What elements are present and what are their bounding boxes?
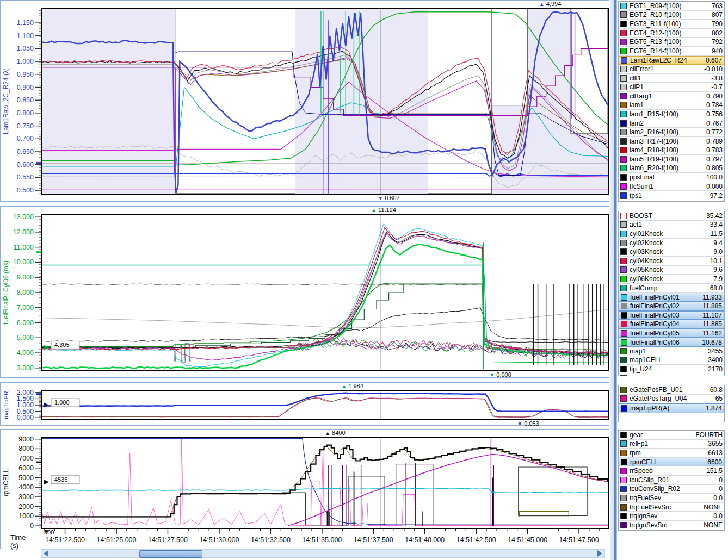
legend-row-rrSpeed[interactable]: rrSpeed151.5 [619, 466, 724, 476]
legend-row-cyl03Knock[interactable]: cyl03Knock9.0 [619, 247, 724, 257]
param-value: 3655 [708, 440, 723, 447]
param-value: 807 [712, 11, 723, 18]
svg-text:11.000: 11.000 [14, 244, 34, 251]
legend-row-trqIgnSevSrc[interactable]: trqIgnSevSrcNONE [619, 521, 724, 530]
legend-row-fuelFinalPriCyl02[interactable]: fuelFinalPriCyl0211.885 [619, 302, 724, 311]
chart3-top-marker-row: ▲1.984 [1, 383, 609, 390]
scroll-right-arrow[interactable] [597, 550, 602, 557]
legend-row-cyl04Knock[interactable]: cyl04Knock10.1 [619, 257, 724, 266]
param-name: relFp1 [630, 440, 706, 447]
param-name: EGT1_R09-f(100) [630, 2, 710, 10]
horizontal-scrollbar[interactable] [41, 549, 605, 558]
legend-panel-rpm: gearFOURTHrelFp13655rpm6613rpmCELL6600rr… [618, 430, 725, 531]
legend-row-lam1[interactable]: lam10.784 [619, 101, 724, 110]
legend-row-tcuCSlip_R01[interactable]: tcuCSlip_R010 [619, 476, 724, 485]
legend-row-cllP1[interactable]: cllP1-0.7 [619, 83, 724, 92]
scrollbar-thumb[interactable] [139, 550, 203, 558]
legend-row-mapTipPR(A)[interactable]: mapTipPR(A)1.874 [619, 403, 724, 413]
svg-text:1.000: 1.000 [17, 58, 34, 65]
legend-row-Lam1RawL2C_R24[interactable]: Lam1RawL2C_R240.607 [619, 56, 724, 65]
legend-row-trqFuelSev[interactable]: trqFuelSev0.0 [619, 494, 724, 503]
svg-text:12.000: 12.000 [13, 228, 34, 236]
legend-row-lam6_R20-f(100)[interactable]: lam6_R20-f(100)0.805 [619, 164, 724, 173]
legend-row-rpm[interactable]: rpm6613 [619, 449, 724, 458]
legend-row-EGT1_R09-f(100)[interactable]: EGT1_R09-f(100)763 [619, 2, 724, 11]
legend-row-fuelFinalPriCyl05[interactable]: fuelFinalPriCyl0511.162 [619, 329, 724, 338]
legend-row-eGatePosFB_U01[interactable]: eGatePosFB_U0160.8 [619, 385, 724, 395]
chart1-y-axis: Lam1RawL2C_R24 (λ) 0.5000.5500.6000.6500… [1, 8, 41, 195]
legend-row-EGT6_R14-f(100)[interactable]: EGT6_R14-f(100)940 [619, 47, 724, 56]
legend-panel-fuel: BOOST35.42act133.4cyl01Knock11.5cyl02Kno… [618, 211, 725, 376]
legend-row-clipped[interactable] [619, 374, 724, 376]
legend-row-rpmCELL[interactable]: rpmCELL6600 [619, 458, 724, 467]
legend-row-ppsFinal[interactable]: ppsFinal100.0 [619, 173, 724, 182]
legend-row-EGT3_R11-f(100)[interactable]: EGT3_R11-f(100)790 [619, 20, 724, 29]
param-name: cyl06Knock [630, 275, 711, 283]
param-value: 33.4 [710, 221, 723, 228]
legend-row-cyl02Knock[interactable]: cyl02Knock9.4 [619, 239, 724, 248]
chart1-plot-area[interactable] [41, 8, 609, 195]
legend-row-act1[interactable]: act133.4 [619, 221, 724, 230]
color-chip [621, 303, 627, 309]
legend-row-relFp1[interactable]: relFp13655 [619, 440, 724, 449]
legend-row-cyl06Knock[interactable]: cyl06Knock7.9 [619, 275, 724, 284]
color-chip [621, 459, 627, 465]
param-value: 0.767 [706, 120, 723, 127]
chart2-bottom-marker-row: ▼0.000 [1, 371, 609, 378]
legend-row-lam1_R15-f(100)[interactable]: lam1_R15-f(100)0.756 [619, 110, 724, 119]
legend-row-lam3_R17-f(100)[interactable]: lam3_R17-f(100)0.789 [619, 137, 724, 146]
legend-row-cllI1[interactable]: cllI1-3.8 [619, 74, 724, 83]
chart3-min-marker: ▼0.053 [517, 420, 539, 427]
legend-row-map1CELL[interactable]: map1CELL3400 [619, 356, 724, 365]
legend-row-trqFuelSevSrc[interactable]: trqFuelSevSrcNONE [619, 503, 724, 512]
legend-row-cyl01Knock[interactable]: cyl01Knock11.5 [619, 229, 724, 239]
legend-row-cllTarg1[interactable]: cllTarg10.790 [619, 92, 724, 101]
chart4-plot-area[interactable]: 4535 [41, 437, 609, 529]
param-value: 2170 [708, 365, 723, 373]
color-chip [620, 174, 627, 181]
svg-text:5000: 5000 [18, 474, 34, 482]
param-name: fuelFinalPriCyl03 [630, 312, 700, 319]
legend-row-lam4_R18-f(100)[interactable]: lam4_R18-f(100)0.783 [619, 146, 724, 155]
legend-row-BOOST[interactable]: BOOST35.42 [619, 211, 724, 221]
legend-row-tfcSum1[interactable]: tfcSum10.000 [619, 182, 724, 191]
legend-row-tps1[interactable]: tps197.2 [619, 191, 724, 200]
legend-row-fuelFinalPriCyl06[interactable]: fuelFinalPriCyl0610.678 [619, 338, 724, 347]
legend-panel-maptippr: eGatePosFB_U0160.8eGatePosTarg_U0465mapT… [618, 385, 725, 422]
param-name: lam1 [630, 101, 704, 109]
scroll-left-arrow[interactable] [44, 550, 48, 557]
legend-row-map1[interactable]: map13455 [619, 347, 724, 356]
color-chip [620, 183, 627, 190]
legend-row-EGT5_R13-f(100)[interactable]: EGT5_R13-f(100)792 [619, 38, 724, 47]
legend-row-fuelComp[interactable]: fuelComp68.0 [619, 284, 724, 293]
legend-row-tcuConvSlip_R02[interactable]: tcuConvSlip_R020 [619, 485, 724, 494]
legend-row-lam2[interactable]: lam20.767 [619, 119, 724, 128]
legend-row-tip_U24[interactable]: tip_U242170 [619, 365, 724, 374]
color-chip [621, 57, 627, 64]
legend-row-EGT4_R12-f(100)[interactable]: EGT4_R12-f(100)802 [619, 29, 724, 38]
legend-row-EGT2_R10-f(100)[interactable]: EGT2_R10-f(100)807 [619, 11, 724, 20]
param-name: cllI1 [630, 74, 709, 82]
legend-row-gear[interactable]: gearFOURTH [619, 431, 724, 440]
color-chip [620, 120, 627, 127]
legend-row-fuelFinalPriCyl04[interactable]: fuelFinalPriCyl0411.885 [619, 320, 724, 329]
legend-row-cyl05Knock[interactable]: cyl05Knock9.6 [619, 266, 724, 275]
param-name: cyl05Knock [630, 266, 711, 273]
legend-row-fuelFinalPriCyl01[interactable]: fuelFinalPriCyl0111.933 [619, 293, 724, 302]
chart2-plot-area[interactable]: 4.305 [41, 214, 609, 371]
color-chip [620, 84, 627, 90]
svg-text:1.150: 1.150 [17, 19, 34, 27]
chart3-plot-area[interactable]: 1.000 [41, 390, 609, 420]
legend-row-trqIgnSev[interactable]: trqIgnSev0.0 [619, 512, 724, 521]
color-chip [621, 405, 627, 412]
legend-row-fuelFinalPriCyl03[interactable]: fuelFinalPriCyl0311.107 [619, 311, 724, 320]
legend-row-lam5_R19-f(100)[interactable]: lam5_R19-f(100)0.797 [619, 155, 724, 164]
legend-row-lam2_R16-f(100)[interactable]: lam2_R16-f(100)0.772 [619, 128, 724, 137]
color-chip [620, 66, 627, 72]
param-name: cyl04Knock [630, 257, 708, 265]
legend-row-cllError1[interactable]: cllError1-0.010 [619, 65, 724, 74]
vertical-splitter[interactable] [610, 0, 617, 560]
svg-text:6000: 6000 [18, 464, 34, 472]
svg-text:4000: 4000 [18, 483, 34, 491]
legend-row-eGatePosTarg_U04[interactable]: eGatePosTarg_U0465 [619, 395, 724, 404]
